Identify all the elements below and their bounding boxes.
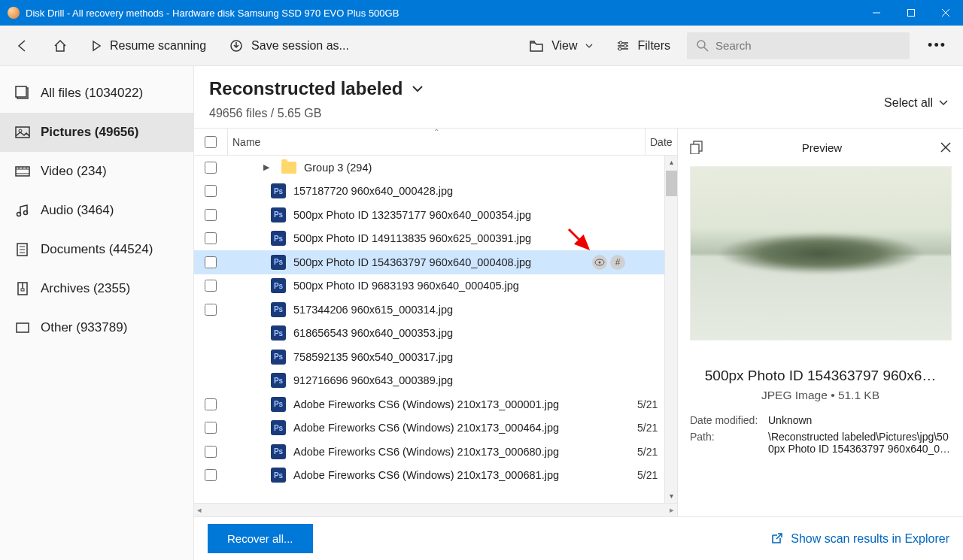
chevron-down-icon bbox=[939, 98, 948, 107]
ps-file-icon: Ps bbox=[271, 278, 286, 293]
name-cell: Ps912716696 960x643_000389.jpg bbox=[227, 373, 633, 388]
file-row[interactable]: Ps618656543 960x640_000353.jpg bbox=[194, 322, 664, 346]
file-list: ⌃ Name Date ▶Group 3 (294)Ps157187720 96… bbox=[194, 129, 677, 516]
column-date[interactable]: Date bbox=[646, 136, 677, 148]
column-name[interactable]: ⌃ Name bbox=[227, 129, 646, 155]
minimize-button[interactable] bbox=[859, 0, 894, 26]
audio-icon bbox=[15, 203, 30, 218]
svg-point-21 bbox=[24, 211, 28, 215]
close-preview-icon[interactable] bbox=[940, 142, 951, 153]
close-button[interactable] bbox=[928, 0, 963, 26]
preview-eye-icon[interactable] bbox=[592, 255, 607, 270]
view-label: View bbox=[551, 39, 577, 53]
select-all-button[interactable]: Select all bbox=[884, 96, 948, 110]
more-button[interactable]: ••• bbox=[920, 38, 954, 53]
sidebar-item-audio[interactable]: Audio (3464) bbox=[0, 191, 193, 230]
sidebar-item-documents[interactable]: Documents (44524) bbox=[0, 230, 193, 269]
name-cell: PsAdobe Fireworks CS6 (Windows) 210x173_… bbox=[227, 397, 633, 412]
row-checkbox[interactable] bbox=[205, 304, 217, 316]
play-icon bbox=[90, 40, 102, 52]
file-name: 618656543 960x640_000353.jpg bbox=[293, 327, 453, 339]
row-checkbox[interactable] bbox=[205, 446, 217, 458]
file-row[interactable]: Ps500px Photo ID 9683193 960x640_000405.… bbox=[194, 274, 664, 298]
home-button[interactable] bbox=[47, 34, 74, 58]
search-box[interactable] bbox=[687, 32, 910, 59]
show-in-explorer-link[interactable]: Show scan results in Explorer bbox=[770, 532, 949, 546]
chevron-down-icon[interactable] bbox=[412, 83, 424, 95]
filters-button[interactable]: Filters bbox=[609, 35, 677, 57]
content: Reconstructed labeled 49656 files / 5.65… bbox=[194, 66, 963, 560]
name-cell: Ps618656543 960x640_000353.jpg bbox=[227, 325, 633, 341]
sidebar-item-pictures[interactable]: Pictures (49656) bbox=[0, 113, 193, 152]
window-title: Disk Drill - All recovery methods - Hard… bbox=[26, 8, 859, 19]
svg-rect-1 bbox=[908, 10, 915, 17]
sidebar-item-video[interactable]: Video (234) bbox=[0, 152, 193, 191]
resume-scan-button[interactable]: Resume scanning bbox=[84, 35, 212, 57]
date-modified-label: Date modified: bbox=[690, 414, 768, 426]
arrow-left-icon bbox=[15, 38, 30, 53]
scroll-down-icon[interactable]: ▾ bbox=[670, 489, 673, 503]
row-checkbox[interactable] bbox=[205, 280, 217, 292]
svg-rect-28 bbox=[21, 289, 24, 291]
search-input[interactable] bbox=[715, 39, 901, 52]
path-label: Path: bbox=[690, 431, 768, 455]
view-button[interactable]: View bbox=[523, 35, 598, 57]
row-checkbox[interactable] bbox=[205, 209, 217, 221]
ps-file-icon: Ps bbox=[271, 444, 286, 459]
file-row[interactable]: Ps912716696 960x643_000389.jpg bbox=[194, 369, 664, 393]
ps-file-icon: Ps bbox=[271, 420, 286, 435]
svg-rect-29 bbox=[17, 323, 29, 332]
maximize-button[interactable] bbox=[894, 0, 928, 26]
resume-scan-label: Resume scanning bbox=[110, 39, 206, 53]
file-row[interactable]: PsAdobe Fireworks CS6 (Windows) 210x173_… bbox=[194, 392, 664, 416]
row-checkbox[interactable] bbox=[205, 162, 217, 174]
file-row[interactable]: Ps758592135 960x540_000317.jpg bbox=[194, 345, 664, 369]
hash-icon[interactable]: # bbox=[610, 255, 625, 270]
file-row[interactable]: PsAdobe Fireworks CS6 (Windows) 210x173_… bbox=[194, 464, 664, 488]
file-row[interactable]: Ps500px Photo ID 154363797 960x640_00040… bbox=[194, 250, 664, 274]
scroll-up-icon[interactable]: ▴ bbox=[670, 156, 673, 169]
row-checkbox[interactable] bbox=[205, 185, 217, 197]
file-row[interactable]: PsAdobe Fireworks CS6 (Windows) 210x173_… bbox=[194, 416, 664, 440]
vertical-scrollbar[interactable]: ▴ ▾ bbox=[664, 156, 677, 503]
sidebar-item-files[interactable]: All files (1034022) bbox=[0, 74, 193, 113]
scroll-left-icon[interactable]: ◂ bbox=[197, 505, 202, 515]
file-row[interactable]: Ps517344206 960x615_000314.jpg bbox=[194, 298, 664, 322]
row-checkbox[interactable] bbox=[205, 422, 217, 434]
name-cell: Ps500px Photo ID 154363797 960x640_00040… bbox=[227, 255, 633, 270]
archives-icon bbox=[15, 281, 30, 296]
row-checkbox[interactable] bbox=[205, 469, 217, 481]
scroll-right-icon[interactable]: ▸ bbox=[670, 505, 674, 515]
sidebar-item-archives[interactable]: Archives (2355) bbox=[0, 269, 193, 308]
folder-icon bbox=[281, 162, 296, 174]
preview-title: Preview bbox=[703, 141, 940, 154]
footer: Recover all... Show scan results in Expl… bbox=[194, 516, 963, 560]
save-session-button[interactable]: Save session as... bbox=[223, 34, 355, 58]
sidebar-item-label: All files (1034022) bbox=[41, 86, 143, 101]
name-cell: Ps517344206 960x615_000314.jpg bbox=[227, 302, 633, 317]
file-row[interactable]: Ps157187720 960x640_000428.jpg bbox=[194, 180, 664, 204]
row-checkbox[interactable] bbox=[205, 398, 217, 410]
file-name: 500px Photo ID 154363797 960x640_000408.… bbox=[293, 256, 531, 268]
scroll-thumb[interactable] bbox=[666, 171, 677, 196]
name-cell: Ps157187720 960x640_000428.jpg bbox=[227, 183, 633, 198]
pictures-icon bbox=[15, 125, 30, 140]
video-icon bbox=[15, 164, 30, 179]
recover-all-button[interactable]: Recover all... bbox=[208, 524, 313, 553]
folder-row[interactable]: ▶Group 3 (294) bbox=[194, 156, 664, 180]
row-checkbox[interactable] bbox=[205, 232, 217, 244]
name-cell: Ps500px Photo ID 9683193 960x640_000405.… bbox=[227, 278, 633, 293]
ps-file-icon: Ps bbox=[271, 397, 286, 412]
expand-icon[interactable]: ▶ bbox=[263, 162, 274, 172]
file-row[interactable]: Ps500px Photo ID 132357177 960x640_00035… bbox=[194, 203, 664, 227]
copy-icon[interactable] bbox=[690, 141, 703, 154]
horizontal-scrollbar[interactable]: ◂ ▸ bbox=[194, 503, 677, 516]
folder-icon bbox=[529, 39, 544, 53]
select-all-checkbox[interactable] bbox=[205, 136, 217, 148]
back-button[interactable] bbox=[9, 34, 36, 58]
file-row[interactable]: PsAdobe Fireworks CS6 (Windows) 210x173_… bbox=[194, 440, 664, 464]
file-row[interactable]: Ps500px Photo ID 149113835 960x625_00039… bbox=[194, 227, 664, 251]
external-link-icon bbox=[770, 532, 783, 546]
sidebar-item-other[interactable]: Other (933789) bbox=[0, 308, 193, 347]
row-checkbox[interactable] bbox=[205, 256, 217, 268]
